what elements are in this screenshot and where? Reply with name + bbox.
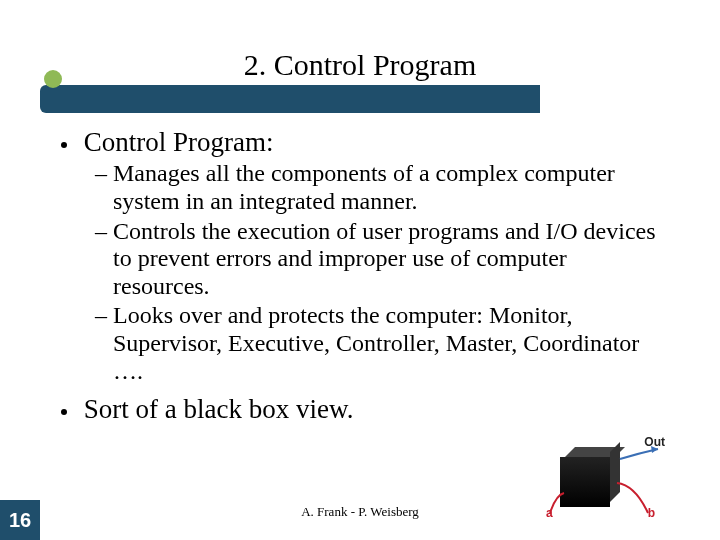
svg-marker-0 — [651, 446, 658, 453]
dash-icon: – — [95, 302, 113, 328]
bullet-level2: – Controls the execution of user program… — [75, 218, 660, 301]
bullet-level2: – Manages all the components of a comple… — [75, 160, 660, 215]
bullet-icon — [61, 142, 67, 148]
bullet-level1: Control Program: — [75, 126, 660, 158]
header-band — [40, 85, 540, 113]
bullet-text: Control Program: — [84, 127, 274, 157]
bullet-level1: Sort of a black box view. — [75, 393, 660, 425]
footer-author: A. Frank - P. Weisberg — [0, 504, 720, 520]
bullet-text: Sort of a black box view. — [84, 394, 354, 424]
bullet-text: Looks over and protects the computer: Mo… — [113, 302, 639, 383]
dash-icon: – — [95, 160, 113, 186]
slide-number: 16 — [9, 509, 31, 532]
slide-title: 2. Control Program — [0, 48, 720, 82]
bullet-text: Controls the execution of user programs … — [113, 218, 656, 299]
bullet-icon — [61, 409, 67, 415]
dash-icon: – — [95, 218, 113, 244]
bullet-text: Manages all the components of a complex … — [113, 160, 615, 214]
content-area: Control Program: – Manages all the compo… — [75, 120, 660, 428]
bullet-level2: – Looks over and protects the computer: … — [75, 302, 660, 385]
slide-number-box: 16 — [0, 500, 40, 540]
slide: 2. Control Program Control Program: – Ma… — [0, 0, 720, 540]
header-accent-dot — [44, 70, 62, 88]
